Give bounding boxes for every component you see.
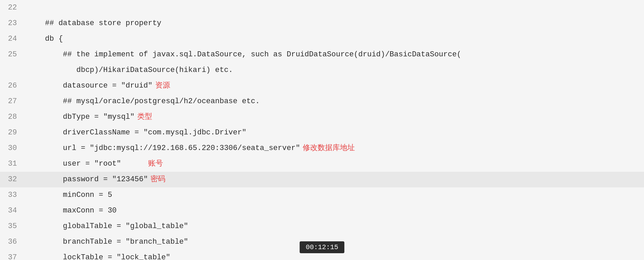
line-content: db {	[24, 31, 63, 47]
code-line-29: 29 driverClassName = "com.mysql.jdbc.Dri…	[0, 125, 644, 141]
line-content: dbType = "mysql"	[24, 109, 135, 125]
line-content-continuation: dbcp)/HikariDataSource(hikari) etc.	[24, 62, 233, 78]
code-line-24: 24 db {	[0, 31, 644, 47]
timestamp-badge: 00:12:15	[300, 241, 344, 253]
line-content: driverClassName = "com.mysql.jdbc.Driver…	[24, 125, 246, 141]
line-number: 28	[0, 109, 24, 125]
line-number: 29	[0, 125, 24, 141]
code-viewer: 22 23 ## database store property 24 db {…	[0, 0, 644, 260]
line-number: 30	[0, 141, 24, 156]
line-content: lockTable = "lock_table"	[24, 250, 170, 260]
line-content: ## database store property	[24, 16, 161, 31]
annotation-30: 修改数据库地址	[303, 143, 355, 153]
line-number: 35	[0, 219, 24, 234]
line-content: datasource = "druid"	[24, 78, 153, 94]
line-number: 25	[0, 47, 24, 62]
line-number: 32	[0, 172, 24, 187]
line-number: 36	[0, 234, 24, 250]
line-number: 22	[0, 0, 24, 16]
annotation-26: 资源	[155, 80, 170, 90]
line-content: maxConn = 30	[24, 203, 117, 219]
line-content: ## mysql/oracle/postgresql/h2/oceanbase …	[24, 94, 260, 109]
line-number: 26	[0, 78, 24, 94]
line-content: globalTable = "global_table"	[24, 219, 188, 234]
line-content: password = "123456"	[24, 172, 148, 187]
code-line-34: 34 maxConn = 30	[0, 203, 644, 219]
code-line-23: 23 ## database store property	[0, 16, 644, 31]
code-line-28: 28 dbType = "mysql" 类型	[0, 109, 644, 125]
code-line-35: 35 globalTable = "global_table"	[0, 219, 644, 234]
line-number: 24	[0, 31, 24, 47]
line-number: 33	[0, 187, 24, 203]
line-number: 23	[0, 16, 24, 31]
annotation-32: 密码	[150, 174, 165, 184]
code-line-25: 25 ## the implement of javax.sql.DataSou…	[0, 47, 644, 78]
line-number: 34	[0, 203, 24, 219]
code-line-30: 30 url = "jdbc:mysql://192.168.65.220:33…	[0, 141, 644, 156]
code-line-32: 32 password = "123456" 密码	[0, 172, 644, 187]
line-content: minConn = 5	[24, 187, 112, 203]
code-line-33: 33 minConn = 5	[0, 187, 644, 203]
annotation-28: 类型	[137, 111, 152, 122]
code-line-26: 26 datasource = "druid" 资源	[0, 78, 644, 94]
line-number: 27	[0, 94, 24, 109]
line-content: user = "root"	[24, 156, 121, 172]
line-number: 37	[0, 250, 24, 260]
code-line-31: 31 user = "root" 账号	[0, 156, 644, 172]
line-content: branchTable = "branch_table"	[24, 234, 188, 250]
line-number: 31	[0, 156, 24, 172]
code-line-22: 22	[0, 0, 644, 16]
annotation-31: 账号	[148, 158, 163, 168]
line-content: ## the implement of javax.sql.DataSource…	[24, 47, 461, 62]
code-line-27: 27 ## mysql/oracle/postgresql/h2/oceanba…	[0, 94, 644, 109]
line-content: url = "jdbc:mysql://192.168.65.220:3306/…	[24, 141, 300, 156]
